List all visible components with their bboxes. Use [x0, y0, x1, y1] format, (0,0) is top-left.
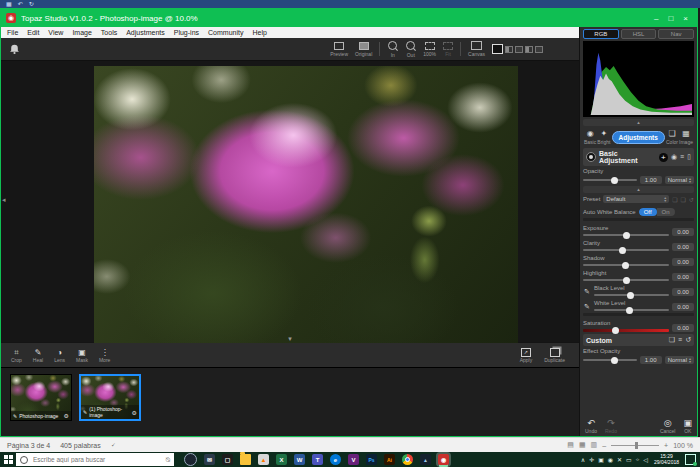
crop-tool-button[interactable]: ⌗ Crop: [11, 348, 22, 363]
print-layout-icon[interactable]: ▦: [579, 441, 586, 449]
heal-tool-button[interactable]: ✎ Heal: [33, 348, 43, 363]
menu-edit[interactable]: Edit: [27, 29, 39, 36]
lens-tool-button[interactable]: ◑ Lens: [54, 348, 65, 363]
white-level-value[interactable]: 0.00: [672, 303, 694, 311]
reset-icon[interactable]: ↺: [685, 336, 691, 344]
canvas-collapse-icon[interactable]: ▾: [288, 335, 292, 342]
bright-mode-button[interactable]: ✦ Bright: [597, 129, 610, 145]
menu-adjustments[interactable]: Adjustments: [126, 29, 165, 36]
duplicate-button[interactable]: Duplicate: [544, 348, 565, 363]
tray-icon[interactable]: ✛: [589, 456, 594, 463]
awb-off-option[interactable]: Off: [639, 208, 657, 216]
read-mode-icon[interactable]: ▤: [567, 441, 574, 449]
adjustments-button[interactable]: Adjustments: [612, 131, 665, 144]
clarity-slider[interactable]: [583, 249, 669, 251]
undo-icon[interactable]: ↶: [18, 0, 23, 8]
tab-nav[interactable]: Nav: [658, 29, 694, 39]
taskbar-icon-mail[interactable]: ✉: [204, 454, 215, 465]
more-tools-button[interactable]: ⋮ More: [99, 348, 110, 363]
opacity-slider[interactable]: [583, 179, 637, 181]
taskbar-icon-file-explorer[interactable]: [240, 454, 251, 465]
cancel-button[interactable]: ◎ Cancel: [660, 419, 676, 434]
taskbar-icon-vlc[interactable]: ▲: [258, 454, 269, 465]
exposure-slider[interactable]: [583, 234, 669, 236]
zoom-out-button[interactable]: –: [602, 442, 606, 449]
black-level-slider[interactable]: [594, 294, 669, 296]
awb-on-option[interactable]: On: [657, 208, 675, 216]
view-split-icon[interactable]: [505, 46, 513, 53]
view-side-icon[interactable]: [515, 46, 523, 53]
awb-toggle[interactable]: Off On: [639, 208, 675, 216]
maximize-button[interactable]: □: [668, 14, 673, 23]
menu-community[interactable]: Community: [208, 29, 243, 36]
tray-icon[interactable]: ▣: [598, 456, 604, 463]
basic-adjustment-header[interactable]: Basic Adjustment + ◉ ≡ ▯: [583, 148, 694, 166]
taskbar-icon-cortana[interactable]: [184, 453, 197, 466]
left-panel-collapse-icon[interactable]: ◂: [2, 196, 6, 203]
add-adjustment-icon[interactable]: +: [659, 153, 668, 162]
undo-button[interactable]: ↶ Undo: [585, 419, 597, 434]
view-single-icon[interactable]: [492, 44, 503, 54]
save-icon[interactable]: ▦: [6, 0, 12, 8]
exposure-value[interactable]: 0.00: [672, 228, 694, 236]
eyedropper-icon[interactable]: ✎: [583, 288, 591, 296]
taskbar-icon-topaz-active[interactable]: ◉: [438, 454, 449, 465]
layers-icon[interactable]: ❏: [669, 336, 675, 344]
menu-tools[interactable]: Tools: [101, 29, 117, 36]
taskbar-icon-photos[interactable]: ▲: [420, 454, 431, 465]
zoom-percentage[interactable]: 100 %: [673, 442, 693, 449]
fit-button[interactable]: Fit: [443, 42, 453, 57]
menu-hamburger-icon[interactable]: ≡: [680, 153, 684, 162]
taskbar-icon-visual-studio[interactable]: V: [348, 454, 359, 465]
preset-dropdown[interactable]: Default ▴▾: [603, 195, 669, 203]
custom-section-header[interactable]: Custom ❏ ≡ ↺: [583, 334, 694, 346]
filmstrip-thumbnail[interactable]: ✎ Photoshop-image ⚙: [10, 374, 72, 421]
menu-image[interactable]: Image: [72, 29, 91, 36]
tab-hsl[interactable]: HSL: [621, 29, 657, 39]
taskbar-icon-excel[interactable]: X: [276, 454, 287, 465]
saturation-slider[interactable]: [583, 329, 669, 332]
shadow-slider[interactable]: [583, 264, 669, 266]
action-center-icon[interactable]: [685, 454, 696, 465]
view-compare-icon[interactable]: [525, 46, 533, 53]
microphone-icon[interactable]: ⍉: [166, 456, 170, 464]
page-indicator[interactable]: Página 3 de 4: [7, 442, 50, 449]
eyedropper-icon[interactable]: ✎: [583, 303, 591, 311]
network-icon[interactable]: ⌔: [636, 456, 640, 463]
taskbar-icon-teams[interactable]: T: [312, 454, 323, 465]
image-mode-button[interactable]: ▦ Image: [679, 129, 693, 145]
search-input[interactable]: [31, 455, 163, 464]
highlight-slider[interactable]: [583, 279, 669, 281]
delete-trash-icon[interactable]: ▯: [687, 153, 691, 162]
battery-icon[interactable]: ▭: [626, 456, 632, 463]
menu-hamburger-icon[interactable]: ≡: [678, 336, 682, 344]
blend-mode-dropdown[interactable]: Normal ▴▾: [665, 176, 694, 184]
zoom-in-button[interactable]: +: [664, 442, 668, 449]
copy-preset-icon[interactable]: ❏: [681, 196, 686, 203]
filmstrip-thumbnail-selected[interactable]: ✎ (1) Photoshop-image ⚙: [79, 374, 141, 421]
custom-blend-dropdown[interactable]: Normal ▴▾: [665, 356, 694, 364]
proofing-icon[interactable]: 🗸: [111, 441, 116, 449]
taskbar-icon-edge[interactable]: e: [330, 454, 341, 465]
word-count[interactable]: 405 palabras: [60, 442, 100, 449]
view-grid-icon[interactable]: [535, 46, 543, 53]
reset-preset-icon[interactable]: ↺: [689, 196, 694, 203]
taskbar-icon-photoshop[interactable]: Ps: [366, 454, 377, 465]
opacity-value[interactable]: 1.00: [640, 176, 662, 184]
ok-button[interactable]: ▣ OK: [683, 419, 692, 434]
tray-icon[interactable]: ✕: [617, 456, 622, 463]
menu-file[interactable]: File: [7, 29, 18, 36]
zoom-out-button[interactable]: Out: [405, 40, 416, 58]
start-button[interactable]: [0, 452, 16, 467]
tray-chevron-icon[interactable]: ∧: [581, 456, 585, 463]
histogram-collapse-icon[interactable]: ▴: [583, 119, 694, 126]
apply-button[interactable]: ↗ Apply: [520, 348, 533, 363]
black-level-value[interactable]: 0.00: [672, 288, 694, 296]
zoom-100-button[interactable]: 100%: [423, 42, 436, 57]
menu-help[interactable]: Help: [252, 29, 266, 36]
redo-button[interactable]: ↷ Redo: [605, 419, 617, 434]
taskbar-icon-word[interactable]: W: [294, 454, 305, 465]
effect-opacity-value[interactable]: 1.00: [640, 356, 662, 364]
visibility-eye-icon[interactable]: ◉: [671, 153, 677, 162]
taskbar-icon-store[interactable]: ▢: [222, 454, 233, 465]
